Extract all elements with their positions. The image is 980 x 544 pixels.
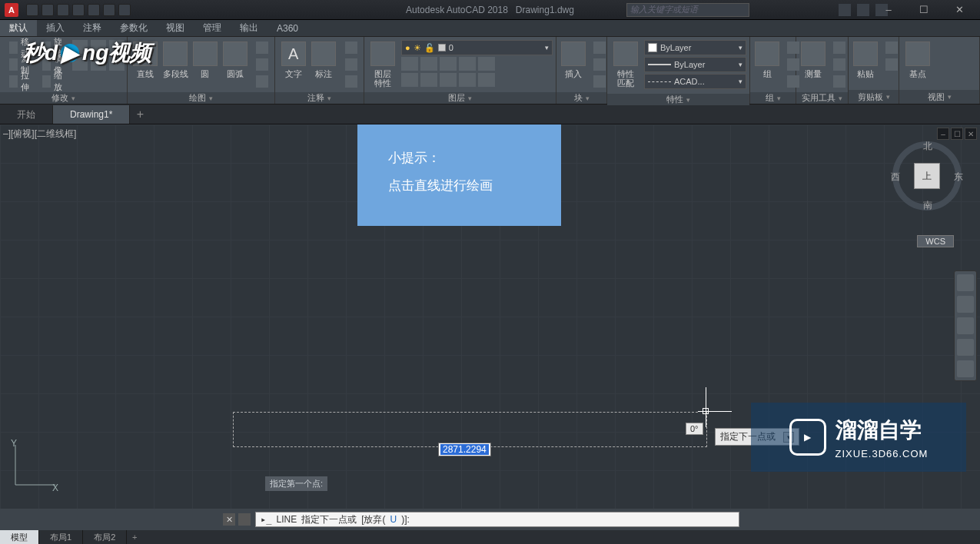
layout2-tab[interactable]: 布局2	[83, 530, 127, 544]
layer-btn7[interactable]	[420, 73, 437, 87]
qat-saveas[interactable]	[72, 4, 85, 16]
tab-parametric[interactable]: 参数化	[111, 20, 157, 36]
wcs-label[interactable]: WCS	[917, 235, 954, 247]
viewcube-north[interactable]: 北	[923, 140, 932, 153]
panel-group-title[interactable]: 组	[750, 92, 796, 104]
viewport-label[interactable]: –][俯视][二维线框]	[3, 128, 76, 141]
text-button[interactable]: A文字	[278, 40, 309, 80]
viewcube-west[interactable]: 西	[891, 171, 900, 184]
polyline-button[interactable]: 多段线	[161, 40, 191, 80]
orbit-button[interactable]	[957, 339, 974, 356]
scale-button[interactable]: 缩放	[39, 74, 69, 89]
command-opt-u[interactable]: U	[390, 514, 397, 525]
color-dropdown[interactable]: ByLayer	[644, 40, 746, 55]
help-search[interactable]: 输入关键字或短语	[626, 3, 749, 17]
window-minimize[interactable]: –	[871, 0, 906, 18]
command-input[interactable]: ▸_ LINE 指定下一点或 [放弃(U)]:	[255, 512, 739, 527]
layer-lock-button[interactable]	[459, 57, 476, 71]
viewcube-south[interactable]: 南	[923, 199, 932, 212]
layer-btn10[interactable]	[478, 73, 495, 87]
panel-view-title[interactable]: 视图	[899, 90, 979, 104]
layer-properties-button[interactable]: 图层 特性	[367, 40, 398, 89]
viewcube[interactable]: 上 北 南 东 西	[892, 141, 962, 211]
add-layout-button[interactable]: +	[127, 530, 142, 544]
layer-dropdown[interactable]: ● ☀ 🔓 0	[401, 40, 553, 55]
tab-output[interactable]: 输出	[231, 20, 267, 36]
qat-plot[interactable]	[88, 4, 100, 16]
layer-iso-button[interactable]	[401, 57, 418, 71]
measure-button[interactable]: 测量	[799, 40, 827, 80]
table-button[interactable]	[342, 57, 360, 72]
leader-button[interactable]	[342, 40, 360, 55]
copy-clip-button[interactable]	[882, 57, 901, 72]
tab-view[interactable]: 视图	[157, 20, 194, 36]
commandline-customize[interactable]	[238, 513, 251, 526]
layer-btn8[interactable]	[440, 73, 457, 87]
create-block-button[interactable]	[590, 40, 609, 55]
exchange-icon[interactable]	[857, 4, 869, 16]
tab-default[interactable]: 默认	[0, 20, 37, 36]
insert-block-button[interactable]: 插入	[560, 40, 587, 80]
util-b3[interactable]	[830, 74, 849, 89]
layout1-tab[interactable]: 布局1	[39, 530, 83, 544]
basepoint-button[interactable]: 基点	[902, 40, 933, 80]
qat-undo[interactable]	[103, 4, 115, 16]
match-properties-button[interactable]: 特性 匹配	[610, 40, 641, 89]
layer-match-button[interactable]	[478, 57, 495, 71]
vp-close[interactable]: ✕	[965, 128, 977, 140]
vp-maximize[interactable]: ☐	[951, 128, 963, 140]
tab-manage[interactable]: 管理	[194, 20, 231, 36]
signin-icon[interactable]	[839, 4, 851, 16]
panel-properties-title[interactable]: 特性	[607, 94, 749, 105]
layer-btn9[interactable]	[459, 73, 476, 87]
paste-button[interactable]: 粘贴	[852, 40, 879, 80]
drawing-area[interactable]: –][俯视][二维线框] – ☐ ✕ 上 北 南 东 西 WCS 小提示： 点击…	[0, 124, 980, 509]
tab-insert[interactable]: 插入	[37, 20, 74, 36]
panel-block-title[interactable]: 块	[556, 92, 606, 104]
arc-button[interactable]: 圆弧	[220, 40, 250, 80]
cut-button[interactable]	[882, 40, 901, 55]
app-icon[interactable]: A	[5, 3, 18, 17]
steering-wheel-button[interactable]	[957, 274, 974, 291]
circle-button[interactable]: 圆	[191, 40, 221, 80]
qat-open[interactable]	[42, 4, 54, 16]
layer-btn6[interactable]	[401, 73, 418, 87]
hatch-button[interactable]	[253, 74, 271, 89]
new-tab-button[interactable]: +	[130, 105, 150, 124]
vp-minimize[interactable]: –	[937, 128, 949, 140]
layer-off-button[interactable]	[420, 57, 437, 71]
qat-save[interactable]	[57, 4, 69, 16]
attr-block-button[interactable]	[590, 74, 609, 89]
window-maximize[interactable]: ☐	[906, 0, 942, 18]
ucs-icon[interactable]: YX	[8, 439, 61, 495]
edit-block-button[interactable]	[590, 57, 609, 72]
util-b1[interactable]	[830, 40, 849, 55]
model-tab[interactable]: 模型	[0, 530, 39, 544]
dynamic-length-input[interactable]: 2871.2294	[438, 443, 491, 456]
panel-clipboard-title[interactable]: 剪贴板	[849, 90, 899, 104]
start-tab[interactable]: 开始	[0, 105, 53, 124]
viewcube-top-face[interactable]: 上	[914, 163, 940, 189]
qat-redo[interactable]	[118, 4, 131, 16]
zoom-extents-button[interactable]	[957, 317, 974, 334]
panel-annotation-title[interactable]: 注释	[275, 92, 364, 104]
linetype-dropdown[interactable]: ACAD...	[644, 74, 746, 89]
viewcube-east[interactable]: 东	[954, 171, 963, 184]
commandline-close[interactable]: ✕	[223, 513, 235, 526]
lineweight-dropdown[interactable]: ByLayer	[644, 57, 746, 72]
panel-draw-title[interactable]: 绘图	[128, 92, 274, 104]
panel-utilities-title[interactable]: 实用工具	[796, 92, 848, 104]
window-close[interactable]: ✕	[942, 0, 977, 18]
layer-freeze-button[interactable]	[440, 57, 457, 71]
dynamic-angle[interactable]: 0°	[686, 423, 703, 435]
util-b2[interactable]	[830, 57, 849, 72]
panel-modify-title[interactable]: 修改	[0, 92, 127, 104]
rect-button[interactable]	[253, 40, 271, 55]
panel-layers-title[interactable]: 图层	[364, 92, 556, 104]
group-button[interactable]: 组	[753, 40, 781, 80]
stretch-button[interactable]: 拉伸	[6, 74, 36, 89]
tab-a360[interactable]: A360	[267, 20, 307, 36]
qat-new[interactable]	[26, 4, 38, 16]
tab-annotate[interactable]: 注释	[74, 20, 111, 36]
drawing-tab[interactable]: Drawing1*	[53, 105, 130, 124]
